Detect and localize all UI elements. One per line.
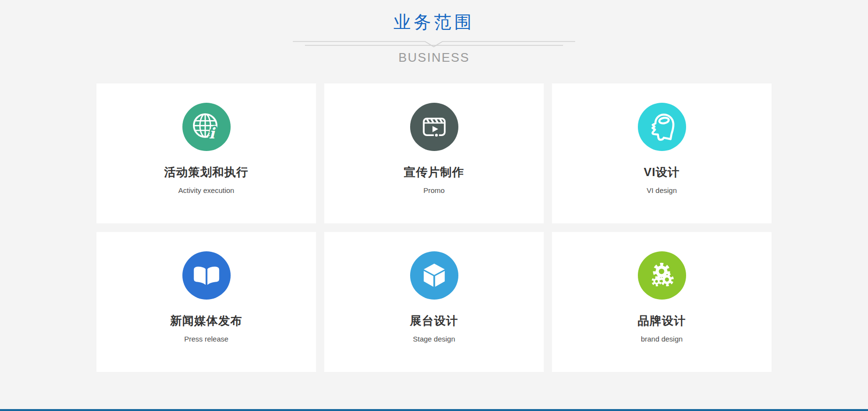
divider-chevron-line [293, 39, 575, 49]
business-card-activity[interactable]: i 活动策划和执行 Activity execution [96, 83, 316, 223]
section-header: 业务范围 BUSINESS [0, 0, 868, 65]
card-subtitle-en: Promo [324, 186, 544, 194]
business-card-promo[interactable]: 宣传片制作 Promo [324, 83, 544, 223]
card-title: 品牌设计 [552, 313, 772, 329]
card-title: 新闻媒体发布 [96, 313, 316, 329]
business-card-vi-design[interactable]: VI设计 VI design [552, 83, 772, 223]
business-section: 业务范围 BUSINESS i [0, 0, 868, 411]
cards-grid: i 活动策划和执行 Activity execution [96, 83, 772, 372]
clapperboard-play-icon [410, 103, 458, 151]
business-card-brand[interactable]: 品牌设计 brand design [552, 232, 772, 372]
cube-icon [410, 251, 458, 300]
business-card-press[interactable]: 新闻媒体发布 Press release [96, 232, 316, 372]
card-title: 活动策划和执行 [96, 164, 316, 180]
bottom-accent-bar [0, 409, 868, 411]
card-subtitle-en: Press release [96, 335, 316, 343]
globe-info-icon: i [182, 103, 231, 151]
head-profile-icon [638, 103, 686, 151]
card-subtitle-en: brand design [552, 335, 772, 343]
card-title: VI设计 [552, 164, 772, 180]
business-card-stage[interactable]: 展台设计 Stage design [324, 232, 544, 372]
open-book-icon [182, 251, 231, 300]
section-title: 业务范围 [0, 11, 868, 34]
card-subtitle-en: Stage design [324, 335, 544, 343]
card-subtitle-en: Activity execution [96, 186, 316, 194]
card-title: 宣传片制作 [324, 164, 544, 180]
card-title: 展台设计 [324, 313, 544, 329]
gears-icon [638, 251, 686, 300]
card-subtitle-en: VI design [552, 186, 772, 194]
section-subtitle-en: BUSINESS [0, 50, 868, 65]
